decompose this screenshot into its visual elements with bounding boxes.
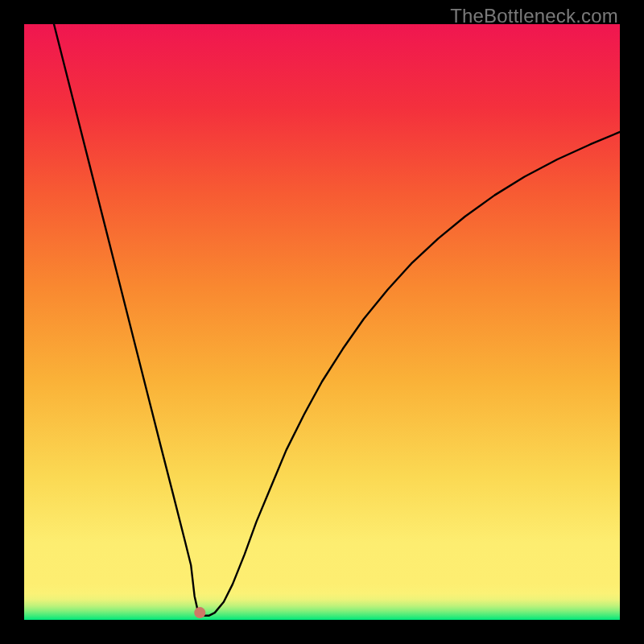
chart-plot bbox=[24, 24, 620, 620]
chart-frame bbox=[24, 24, 620, 620]
watermark-label: TheBottleneck.com bbox=[450, 5, 618, 27]
chart-background bbox=[24, 24, 620, 620]
marker-dot bbox=[194, 607, 205, 618]
